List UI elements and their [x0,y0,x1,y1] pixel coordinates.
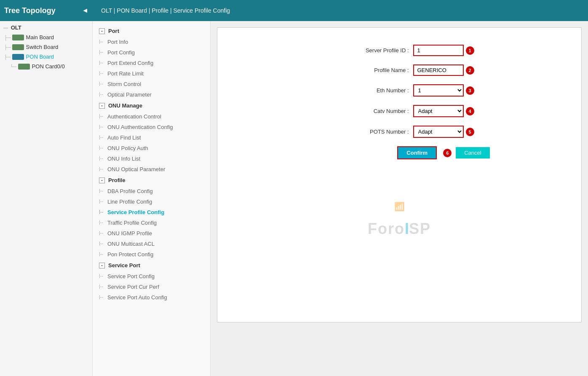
tree-connector: ├─ [4,54,11,59]
sidebar-item-switch-board[interactable]: ├─ Switch Board [0,42,92,52]
step-badge-1: 1 [466,46,474,55]
sidebar-item-pon-board[interactable]: ├─ PON Board [0,52,92,62]
menu-item-onu-auth-config[interactable]: ONU Authentication Config [93,122,210,132]
cancel-button[interactable]: Cancel [456,147,489,158]
server-profile-id-label: Server Profile ID : [325,47,409,54]
catv-number-label: Catv Number : [325,108,409,114]
menu-item-optical-parameter[interactable]: Optical Parameter [93,89,210,100]
menu-panel: - Port Port Info Port Config Port Extend… [93,21,211,376]
collapse-service-port-icon: - [99,263,105,269]
sidebar-header: Tree Topology ◄ [0,0,93,21]
olt-label: OLT [11,24,21,31]
menu-item-pon-protect-config[interactable]: Pon Protect Config [93,249,210,260]
main-content: Server Profile ID : 1 Profile Name : 2 E… [211,21,588,376]
menu-item-traffic-profile[interactable]: Traffic Profile Config [93,218,210,228]
olt-root-item[interactable]: — OLT [0,21,92,32]
tree-connector: ├─ [4,35,11,40]
collapse-onu-icon: - [99,103,105,109]
pon-card-label: PON Card0/0 [32,63,65,70]
app-header: Tree Topology ◄ OLT | PON Board | Profil… [0,0,588,21]
server-profile-id-input[interactable] [413,45,464,56]
menu-item-storm-control[interactable]: Storm Control [93,79,210,89]
tree-connector: — [3,25,8,30]
tree-connector: ├─ [4,45,11,50]
catv-number-select[interactable]: Adapt 0 1 2 [413,105,464,117]
watermark-dot: I [405,220,409,238]
menu-item-port-config[interactable]: Port Config [93,47,210,58]
menu-item-service-profile[interactable]: Service Profile Config [93,207,210,218]
eth-number-select[interactable]: 1 2 4 8 [413,84,464,97]
switch-board-label: Switch Board [26,44,59,50]
menu-item-service-port-config[interactable]: Service Port Config [93,271,210,282]
pots-number-label: POTS Number : [325,129,409,135]
breadcrumb: OLT | PON Board | Profile | Service Prof… [93,7,238,14]
menu-section-onu-manage[interactable]: - ONU Manage [93,100,210,111]
eth-number-row: Eth Number : 1 2 4 8 3 [226,84,573,97]
sidebar-item-main-board[interactable]: ├─ Main Board [0,32,92,42]
menu-item-auto-find-list[interactable]: Auto Find List [93,132,210,143]
pots-number-select[interactable]: Adapt 0 1 2 4 [413,126,464,138]
watermark-text-right: SP [409,220,431,238]
menu-item-port-extend-config[interactable]: Port Extend Config [93,58,210,68]
menu-item-onu-igmp-profile[interactable]: ONU IGMP Profile [93,228,210,239]
step-badge-3: 3 [466,86,474,95]
step-badge-5: 5 [466,128,474,136]
menu-item-onu-info-list[interactable]: ONU Info List [93,153,210,164]
profile-name-input[interactable] [413,64,464,76]
device-icon [12,44,24,50]
menu-item-onu-policy-auth[interactable]: ONU Policy Auth [93,143,210,153]
menu-section-service-port[interactable]: - Service Port [93,260,210,271]
watermark: 📶 Foro I SP [368,201,431,238]
menu-item-port-rate-limit[interactable]: Port Rate Limit [93,68,210,79]
device-icon [12,54,24,60]
menu-item-auth-control[interactable]: Authentication Control [93,111,210,122]
main-layout: — OLT ├─ Main Board ├─ Switch Board ├─ P… [0,21,588,376]
menu-section-profile[interactable]: - Profile [93,175,210,186]
sidebar-item-pon-card[interactable]: └─ PON Card0/0 [0,62,92,71]
menu-item-dba-profile[interactable]: DBA Profile Config [93,186,210,196]
eth-number-label: Eth Number : [325,87,409,94]
tree-connector: └─ [10,64,17,69]
pon-board-label: PON Board [26,54,54,60]
tree-sidebar: — OLT ├─ Main Board ├─ Switch Board ├─ P… [0,21,93,376]
menu-item-service-port-cur-perf[interactable]: Service Port Cur Perf [93,282,210,292]
service-port-section-label: Service Port [108,262,140,269]
step-badge-4: 4 [466,107,474,115]
profile-name-label: Profile Name : [325,67,409,73]
watermark-text-left: Foro [368,220,405,238]
step-badge-6: 6 [443,149,452,157]
profile-section-label: Profile [108,177,125,183]
app-title: Tree Topology [4,6,56,15]
watermark-text-group: Foro I SP [368,220,431,238]
menu-item-service-port-auto-config[interactable]: Service Port Auto Config [93,292,210,303]
profile-name-row: Profile Name : 2 [226,64,573,76]
port-section-label: Port [108,28,119,34]
buttons-row: Confirm 6 Cancel [226,146,573,159]
form-container: Server Profile ID : 1 Profile Name : 2 E… [217,27,582,322]
server-profile-id-row: Server Profile ID : 1 [226,45,573,56]
menu-item-line-profile[interactable]: Line Profile Config [93,196,210,207]
catv-number-row: Catv Number : Adapt 0 1 2 4 [226,105,573,117]
menu-item-port-info[interactable]: Port Info [93,37,210,47]
collapse-sidebar-button[interactable]: ◄ [82,7,88,14]
buttons-group: Confirm 6 Cancel [397,146,489,159]
onu-manage-section-label: ONU Manage [108,102,142,109]
menu-item-onu-optical-param[interactable]: ONU Optical Parameter [93,164,210,175]
collapse-port-icon: - [99,28,105,34]
wifi-icon: 📶 [368,201,431,212]
watermark-container: 📶 Foro I SP [368,201,431,238]
confirm-button[interactable]: Confirm [397,146,437,159]
pots-number-row: POTS Number : Adapt 0 1 2 4 5 [226,126,573,138]
main-board-label: Main Board [26,34,54,40]
collapse-profile-icon: - [99,177,105,183]
menu-section-port[interactable]: - Port [93,25,210,37]
menu-item-onu-multicast-acl[interactable]: ONU Multicast ACL [93,239,210,249]
step-badge-2: 2 [466,66,474,75]
device-icon [12,35,24,40]
device-icon [18,64,30,70]
